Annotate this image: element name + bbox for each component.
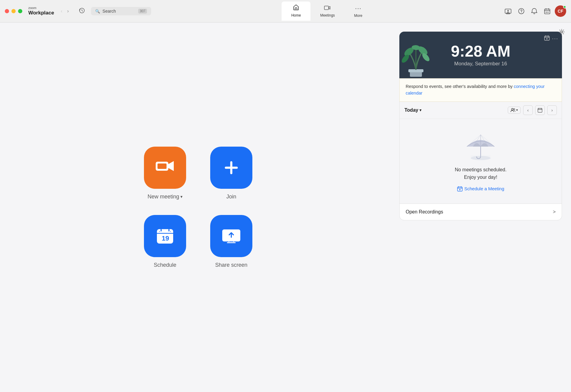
avatar-initials: CF (558, 9, 563, 14)
titlebar: zoom Workplace ‹ › 🔍 Search ⌘F Home (0, 0, 571, 23)
minimize-button[interactable] (11, 9, 16, 13)
svg-rect-6 (546, 12, 547, 13)
clock-actions: ··· (544, 35, 558, 42)
svg-rect-26 (538, 108, 542, 112)
search-shortcut: ⌘F (138, 9, 147, 14)
share-screen-label: Share screen (215, 262, 247, 268)
share-screen-button[interactable] (210, 215, 252, 257)
svg-rect-1 (324, 6, 329, 10)
calendar-toolbar-icon (544, 8, 551, 14)
close-button[interactable] (5, 9, 9, 13)
tab-more-label: More (354, 14, 362, 18)
nav-forward-button[interactable]: › (65, 7, 70, 15)
clock-card: ··· 9:28 AM Monday, September 16 (399, 32, 562, 78)
home-icon (293, 4, 299, 12)
ellipsis-icon: ··· (552, 36, 558, 42)
add-schedule-button[interactable] (544, 35, 550, 42)
more-icon: ··· (355, 5, 361, 12)
tab-home-label: Home (291, 13, 301, 17)
tab-more[interactable]: ··· More (345, 2, 372, 21)
calendar-next-button[interactable]: › (547, 105, 557, 115)
clock-more-button[interactable]: ··· (552, 35, 558, 42)
people-chevron: ▾ (516, 108, 518, 112)
app-logo-workplace: Workplace (28, 10, 54, 16)
tab-meetings-label: Meetings (320, 13, 335, 17)
traffic-lights (5, 9, 22, 13)
help-icon (518, 8, 525, 14)
app-logo: zoom Workplace (28, 6, 54, 16)
plus-icon (222, 159, 240, 177)
svg-point-3 (519, 8, 524, 14)
calendar-connect-text: Respond to events, see other's availabil… (406, 83, 556, 97)
action-grid: New meeting ▾ Join (144, 147, 252, 268)
today-chevron: ▾ (420, 108, 421, 112)
svg-point-25 (513, 108, 515, 110)
schedule-button[interactable]: 19 (144, 215, 186, 257)
svg-rect-7 (548, 12, 548, 13)
new-meeting-chevron: ▾ (180, 194, 183, 199)
search-text: Search (102, 9, 136, 14)
calendar-button[interactable] (541, 6, 553, 16)
no-meetings-text: No meetings scheduled. Enjoy your day! (455, 166, 507, 181)
bell-icon (531, 8, 537, 14)
screen-share-toolbar-button[interactable] (502, 6, 514, 16)
screen-share-toolbar-icon (505, 8, 511, 14)
recordings-chevron: > (553, 209, 556, 215)
recordings-section[interactable]: Open Recordings > (399, 204, 562, 220)
calendar-empty-state: No meetings scheduled. Enjoy your day! S… (400, 119, 562, 204)
share-screen-item: Share screen (210, 215, 252, 268)
calendar-prev-button[interactable]: ‹ (523, 105, 533, 115)
schedule-meeting-icon (457, 186, 463, 191)
help-button[interactable] (516, 6, 527, 16)
join-item: Join (210, 147, 252, 200)
search-icon: 🔍 (95, 9, 100, 14)
svg-point-4 (521, 12, 522, 13)
people-view-button[interactable]: ▾ (508, 107, 521, 114)
join-button[interactable] (210, 147, 252, 189)
svg-rect-5 (544, 9, 550, 14)
search-bar[interactable]: 🔍 Search ⌘F (91, 7, 151, 15)
history-button[interactable] (76, 6, 87, 16)
clock-time: 9:28 AM (451, 43, 510, 59)
new-meeting-button[interactable] (144, 147, 186, 189)
tab-home[interactable]: Home (282, 2, 310, 21)
schedule-meeting-link[interactable]: Schedule a Meeting (457, 186, 504, 191)
calendar-today-icon (538, 108, 542, 113)
new-meeting-item: New meeting ▾ (144, 147, 186, 200)
maximize-button[interactable] (18, 9, 22, 13)
calendar-today-icon-button[interactable] (535, 105, 545, 115)
schedule-icon: 19 (154, 226, 176, 247)
new-meeting-label[interactable]: New meeting ▾ (148, 194, 183, 200)
today-button[interactable]: Today ▾ (404, 107, 421, 113)
calendar-plus-icon (544, 35, 550, 41)
svg-point-8 (561, 31, 563, 33)
left-panel: New meeting ▾ Join (0, 23, 396, 392)
svg-text:19: 19 (162, 235, 169, 242)
svg-point-24 (511, 108, 513, 110)
recordings-label: Open Recordings (406, 209, 443, 215)
nav-back-button[interactable]: ‹ (59, 7, 64, 15)
calendar-header: Today ▾ ▾ ‹ (400, 102, 562, 119)
nav-arrows: ‹ › (59, 7, 71, 15)
avatar-button[interactable]: CF (555, 5, 566, 17)
share-screen-icon (221, 227, 242, 245)
right-toolbar: CF (502, 5, 566, 17)
right-panel: ··· 9:28 AM Monday, September 16 Respond… (396, 23, 571, 392)
center-nav: Home Meetings ··· More (155, 2, 499, 21)
meetings-icon (324, 5, 331, 12)
notifications-button[interactable] (529, 6, 540, 16)
tab-meetings[interactable]: Meetings (310, 2, 345, 21)
schedule-item: 19 Schedule (144, 215, 186, 268)
join-label: Join (226, 194, 236, 200)
online-badge (563, 5, 566, 8)
history-icon (79, 8, 85, 14)
people-icon (510, 108, 515, 112)
clock-date: Monday, September 16 (454, 61, 507, 67)
camera-icon (154, 159, 176, 176)
umbrella-illustration (463, 131, 499, 161)
svg-rect-11 (158, 163, 167, 169)
schedule-label: Schedule (154, 262, 176, 268)
calendar-section: Today ▾ ▾ ‹ (399, 102, 562, 204)
calendar-connect-banner: Respond to events, see other's availabil… (399, 78, 562, 102)
app-logo-zoom: zoom (28, 6, 54, 10)
